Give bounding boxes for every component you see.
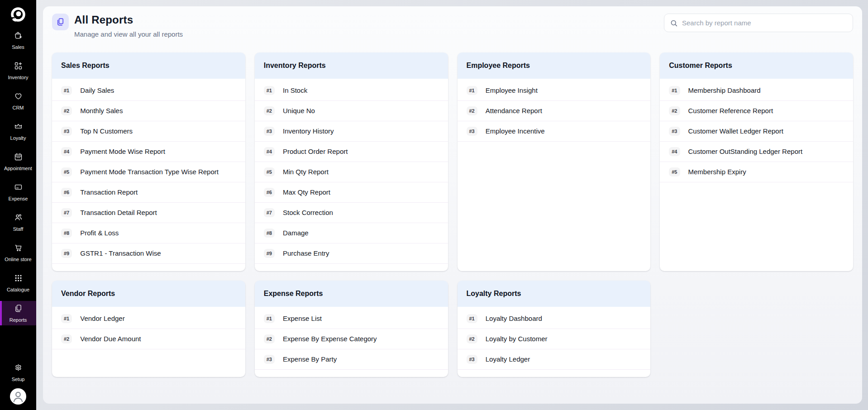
- report-row[interactable]: #5Min Qty Report: [255, 162, 448, 182]
- report-row[interactable]: #7Stock Correction: [255, 203, 448, 223]
- report-row[interactable]: #1Expense List: [255, 309, 448, 329]
- report-number-badge: #2: [61, 334, 72, 343]
- report-row[interactable]: #7Transaction Detail Report: [52, 203, 245, 223]
- report-number-badge: #9: [264, 249, 275, 258]
- report-number-badge: #2: [264, 106, 275, 115]
- report-number-badge: #3: [669, 127, 680, 136]
- report-row[interactable]: #2Loyalty by Customer: [458, 329, 651, 349]
- sidebar-item-label: Reports: [10, 317, 27, 323]
- sidebar-item-label: Sales: [12, 44, 24, 50]
- report-number-badge: #4: [669, 147, 680, 156]
- report-row[interactable]: #6Max Qty Report: [255, 182, 448, 203]
- report-row[interactable]: #2Expense By Expense Category: [255, 329, 448, 349]
- report-name: Loyalty Ledger: [486, 354, 530, 364]
- sidebar-item-setup[interactable]: Setup: [0, 360, 36, 385]
- scroll-overflow-spacer: [52, 264, 52, 271]
- report-row[interactable]: #1Vendor Ledger: [52, 309, 245, 329]
- report-row[interactable]: #1Employee Insight: [458, 81, 651, 101]
- card-title: Vendor Reports: [52, 281, 245, 307]
- report-name: Customer OutStanding Ledger Report: [688, 147, 803, 157]
- cart-icon: [14, 243, 23, 254]
- card-title: Customer Reports: [660, 52, 853, 79]
- sidebar-item-inventory[interactable]: Inventory: [0, 58, 36, 83]
- calendar-icon: [14, 152, 23, 163]
- report-row[interactable]: #8Profit & Loss: [52, 223, 245, 243]
- report-row[interactable]: #3Inventory History: [255, 121, 448, 142]
- sidebar-item-sales[interactable]: Sales: [0, 28, 36, 52]
- report-name: Product Order Report: [283, 147, 348, 157]
- report-row[interactable]: #4Customer OutStanding Ledger Report: [660, 142, 853, 162]
- sidebar-item-staff[interactable]: Staff: [0, 210, 36, 234]
- report-row[interactable]: #4Payment Mode Wise Report: [52, 142, 245, 162]
- report-list[interactable]: #1In Stock#2Unique No#3Inventory History…: [255, 79, 448, 271]
- report-row[interactable]: #5Membership Expiry: [660, 162, 853, 182]
- report-row[interactable]: #3Loyalty Ledger: [458, 349, 651, 370]
- report-name: Customer Reference Report: [688, 106, 773, 116]
- card-title: Loyalty Reports: [458, 281, 651, 307]
- report-number-badge: #7: [61, 208, 72, 217]
- page-title: All Reports: [74, 14, 183, 26]
- report-name: Expense By Party: [283, 354, 337, 364]
- report-row[interactable]: #4Product Order Report: [255, 142, 448, 162]
- report-number-badge: #1: [264, 86, 275, 95]
- report-number-badge: #6: [61, 188, 72, 197]
- report-number-badge: #9: [61, 249, 72, 258]
- sidebar-item-loyalty[interactable]: Loyalty: [0, 119, 36, 143]
- report-card-vendor-reports: Vendor Reports#1Vendor Ledger#2Vendor Du…: [52, 281, 245, 377]
- report-row[interactable]: #6Transaction Report: [52, 182, 245, 203]
- report-number-badge: #2: [669, 106, 680, 115]
- report-row[interactable]: #2Monthly Sales: [52, 101, 245, 121]
- report-number-badge: #8: [61, 229, 72, 238]
- search-icon: [670, 19, 678, 27]
- people-icon: [14, 213, 23, 224]
- report-row[interactable]: #3Customer Wallet Ledger Report: [660, 121, 853, 142]
- report-number-badge: #1: [467, 86, 477, 95]
- credit-card-icon: [14, 182, 23, 194]
- card-title: Employee Reports: [458, 52, 651, 79]
- report-list: #1Loyalty Dashboard#2Loyalty by Customer…: [458, 307, 651, 377]
- sidebar-item-catalogue[interactable]: Catalogue: [0, 271, 36, 295]
- sidebar-item-online-store[interactable]: Online store: [0, 240, 36, 265]
- sidebar-item-appointment[interactable]: Appointment: [0, 149, 36, 174]
- report-row[interactable]: #9GSTR1 - Transaction Wise: [52, 243, 245, 264]
- report-number-badge: #4: [61, 147, 72, 156]
- report-number-badge: #1: [467, 314, 477, 323]
- report-name: Min Qty Report: [283, 167, 329, 177]
- report-name: Unique No: [283, 106, 315, 116]
- report-row[interactable]: #2Unique No: [255, 101, 448, 121]
- report-list[interactable]: #1Daily Sales#2Monthly Sales#3Top N Cust…: [52, 79, 245, 271]
- report-row[interactable]: #3Employee Incentive: [458, 121, 651, 142]
- sidebar-item-label: Appointment: [4, 166, 32, 171]
- report-number-badge: #4: [264, 147, 275, 156]
- sidebar-item-expense[interactable]: Expense: [0, 180, 36, 204]
- sidebar-bottom: Setup: [0, 360, 36, 410]
- report-row[interactable]: #1Membership Dashboard: [660, 81, 853, 101]
- sidebar-item-crm[interactable]: CRM: [0, 89, 36, 113]
- sidebar-item-label: Setup: [12, 377, 25, 382]
- report-name: Stock Correction: [283, 208, 333, 218]
- user-avatar[interactable]: [10, 388, 26, 405]
- report-name: Attendance Report: [486, 106, 542, 116]
- report-row[interactable]: #2Attendance Report: [458, 101, 651, 121]
- sidebar-item-reports[interactable]: Reports: [0, 301, 36, 325]
- report-number-badge: #8: [264, 229, 275, 238]
- report-row[interactable]: #1Daily Sales: [52, 81, 245, 101]
- report-name: Vendor Ledger: [80, 314, 124, 324]
- report-row[interactable]: #8Damage: [255, 223, 448, 243]
- report-name: Daily Sales: [80, 86, 114, 95]
- report-row[interactable]: #9Purchase Entry: [255, 243, 448, 264]
- report-row[interactable]: #3Expense By Party: [255, 349, 448, 370]
- report-number-badge: #1: [61, 314, 72, 323]
- report-row[interactable]: #2Vendor Due Amount: [52, 329, 245, 349]
- report-row[interactable]: #1Loyalty Dashboard: [458, 309, 651, 329]
- report-number-badge: #3: [467, 355, 477, 364]
- report-number-badge: #3: [264, 355, 275, 364]
- search-input[interactable]: [682, 19, 847, 27]
- report-number-badge: #2: [61, 106, 72, 115]
- report-name: Loyalty by Customer: [486, 334, 548, 344]
- report-row[interactable]: #5Payment Mode Transaction Type Wise Rep…: [52, 162, 245, 182]
- report-row[interactable]: #1In Stock: [255, 81, 448, 101]
- report-row[interactable]: #3Top N Customers: [52, 121, 245, 142]
- grid-icon: [14, 273, 23, 285]
- report-row[interactable]: #2Customer Reference Report: [660, 101, 853, 121]
